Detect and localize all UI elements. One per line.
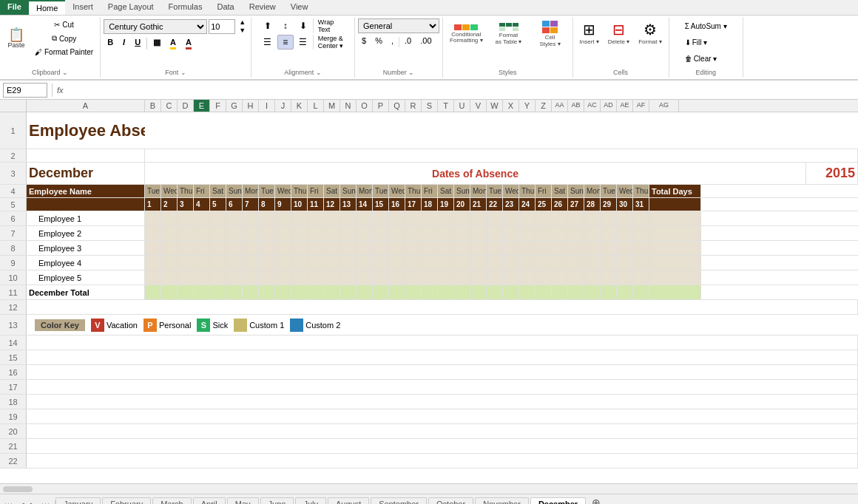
tab-august[interactable]: August xyxy=(328,497,369,504)
copy-button[interactable]: ⧉ Copy xyxy=(31,32,97,45)
number-format-select[interactable]: General xyxy=(358,18,439,33)
emp1-d29[interactable] xyxy=(601,211,617,225)
emp2-total[interactable] xyxy=(649,226,701,240)
tab-june[interactable]: June xyxy=(260,497,294,504)
date-29[interactable]: 29 xyxy=(601,198,617,211)
autosum-button[interactable]: Σ AutoSum ▾ xyxy=(680,18,732,33)
format-as-table-button[interactable]: Formatas Table ▾ xyxy=(490,21,528,48)
emp1-d30[interactable] xyxy=(617,211,633,225)
emp1-d16[interactable] xyxy=(389,211,405,225)
col-header-af[interactable]: AF xyxy=(633,100,649,112)
cell-styles-button[interactable]: CellStyles ▾ xyxy=(531,18,570,50)
date-28[interactable]: 28 xyxy=(584,198,601,211)
col-header-ae[interactable]: AE xyxy=(617,100,633,112)
date-18[interactable]: 18 xyxy=(422,198,438,211)
date-15[interactable]: 15 xyxy=(373,198,389,211)
fill-color-button[interactable]: A xyxy=(166,36,180,51)
date-16[interactable]: 16 xyxy=(389,198,405,211)
decrease-decimal-button[interactable]: .0 xyxy=(401,35,415,50)
emp1-d26[interactable] xyxy=(552,211,568,225)
emp1-d11[interactable] xyxy=(308,211,324,225)
tab-insert[interactable]: Insert xyxy=(65,0,101,15)
col-header-k[interactable]: K xyxy=(291,100,308,112)
emp1-d3[interactable] xyxy=(178,211,194,225)
add-sheet-button[interactable]: ⊕ xyxy=(587,495,605,504)
col-header-z[interactable]: Z xyxy=(536,100,552,112)
fill-button[interactable]: ⬇ Fill ▾ xyxy=(680,35,732,50)
date-8[interactable]: 8 xyxy=(259,198,275,211)
emp1-total[interactable] xyxy=(649,211,701,225)
font-family-select[interactable]: Century Gothic xyxy=(104,19,207,34)
font-size-input[interactable] xyxy=(209,19,235,34)
date-4[interactable]: 4 xyxy=(194,198,210,211)
emp1-d24[interactable] xyxy=(519,211,536,225)
date-9[interactable]: 9 xyxy=(275,198,291,211)
tab-november[interactable]: November xyxy=(475,497,529,504)
emp1-d21[interactable] xyxy=(470,211,487,225)
col-header-c[interactable]: C xyxy=(161,100,178,112)
bold-button[interactable]: B xyxy=(104,36,117,51)
tab-march[interactable]: March xyxy=(152,497,192,504)
date-26[interactable]: 26 xyxy=(552,198,568,211)
tab-review[interactable]: Review xyxy=(242,0,283,15)
increase-decimal-button[interactable]: .00 xyxy=(416,35,435,50)
tab-july[interactable]: July xyxy=(295,497,326,504)
tab-may[interactable]: May xyxy=(227,497,259,504)
align-top-button[interactable]: ⬆ xyxy=(260,18,276,33)
col-header-e[interactable]: E xyxy=(194,100,210,112)
merge-center-button[interactable]: Merge &Center ▾ xyxy=(315,35,347,50)
cell-employee-1[interactable]: Employee 1 xyxy=(27,211,145,225)
horizontal-scrollbar[interactable] xyxy=(0,483,858,494)
col-header-y[interactable]: Y xyxy=(519,100,536,112)
col-header-h[interactable]: H xyxy=(243,100,259,112)
cell-a2[interactable] xyxy=(27,149,145,162)
tab-last-button[interactable]: ⏭ xyxy=(40,500,52,504)
date-1[interactable]: 1 xyxy=(145,198,161,211)
tab-file[interactable]: File xyxy=(0,0,29,15)
col-header-r[interactable]: R xyxy=(405,100,422,112)
date-2[interactable]: 2 xyxy=(161,198,178,211)
emp1-d25[interactable] xyxy=(536,211,552,225)
date-22[interactable]: 22 xyxy=(487,198,503,211)
emp1-d31[interactable] xyxy=(633,211,649,225)
col-header-d[interactable]: D xyxy=(178,100,194,112)
tab-first-button[interactable]: ⏮ xyxy=(3,500,15,504)
tab-december[interactable]: December xyxy=(530,497,586,504)
cell-employee-3[interactable]: Employee 3 xyxy=(27,241,145,255)
col-header-a[interactable]: A xyxy=(27,100,145,112)
cell-total-days-header[interactable]: Total Days xyxy=(649,185,701,197)
col-header-w[interactable]: W xyxy=(487,100,503,112)
date-6[interactable]: 6 xyxy=(226,198,243,211)
col-header-ag[interactable]: AG xyxy=(649,100,679,112)
emp1-d5[interactable] xyxy=(210,211,226,225)
cell-employee-name-header[interactable]: Employee Name xyxy=(27,185,145,197)
border-button[interactable]: ▦ xyxy=(149,36,164,51)
cell-employee-4[interactable]: Employee 4 xyxy=(27,256,145,270)
currency-button[interactable]: $ xyxy=(358,35,370,50)
emp1-d9[interactable] xyxy=(275,211,291,225)
emp5-total[interactable] xyxy=(649,270,701,285)
date-23[interactable]: 23 xyxy=(503,198,519,211)
cell-a1[interactable]: Employee Absence Schedule xyxy=(27,112,145,149)
align-bottom-button[interactable]: ⬇ xyxy=(295,18,311,33)
col-header-o[interactable]: O xyxy=(357,100,373,112)
col-header-q[interactable]: Q xyxy=(389,100,405,112)
date-25[interactable]: 25 xyxy=(536,198,552,211)
col-header-u[interactable]: U xyxy=(454,100,470,112)
tab-january[interactable]: January xyxy=(55,497,101,504)
wrap-text-button[interactable]: WrapText xyxy=(315,18,337,33)
cut-button[interactable]: ✂ Cut xyxy=(31,18,97,31)
tab-october[interactable]: October xyxy=(428,497,473,504)
emp1-d22[interactable] xyxy=(487,211,503,225)
format-button[interactable]: ⚙ Format ▾ xyxy=(635,18,666,47)
cell-year[interactable]: 2015 xyxy=(806,163,858,184)
clear-button[interactable]: 🗑 Clear ▾ xyxy=(680,51,732,66)
emp1-d4[interactable] xyxy=(194,211,210,225)
col-header-ad[interactable]: AD xyxy=(601,100,617,112)
tab-home[interactable]: Home xyxy=(29,0,65,15)
formula-input[interactable] xyxy=(67,85,855,95)
cell-employee-5[interactable]: Employee 5 xyxy=(27,270,145,285)
date-21[interactable]: 21 xyxy=(470,198,487,211)
emp1-d8[interactable] xyxy=(259,211,275,225)
font-color-button[interactable]: A xyxy=(182,36,195,51)
